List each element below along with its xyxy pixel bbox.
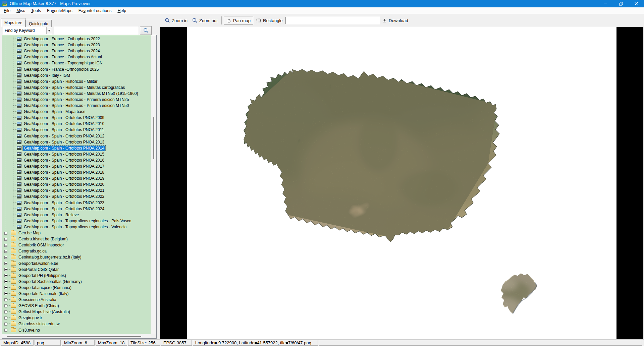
expand-plus-icon[interactable]	[4, 323, 7, 326]
tab-quick-goto[interactable]: Quick goto	[25, 20, 51, 27]
tree-item[interactable]: GeaMap.com - Spain - Historicos - Milita…	[2, 78, 151, 84]
tree-item[interactable]: GeaMap.com - Spain - Historicos - Minuta…	[2, 84, 151, 91]
tree-item[interactable]: GeaMap.com - Spain - Ortofotos PNOA 2017	[2, 163, 151, 169]
tree-item[interactable]: Geokatalog.buergernetz.bz.it (Italy)	[2, 254, 151, 260]
folder-icon	[11, 298, 16, 302]
folder-icon	[11, 280, 16, 284]
search-input[interactable]	[54, 27, 138, 34]
tree-item[interactable]: GeaMap.com - France - Orthophotos Actual	[2, 54, 151, 60]
tree-item[interactable]: Geoportail.wallonie.be	[2, 260, 151, 266]
tree-item[interactable]: Gezgin.gov.tr	[2, 315, 151, 321]
menu-favoritemaps[interactable]: FavoriteMaps	[44, 8, 75, 14]
rectangle-button[interactable]: Rectangle	[255, 16, 284, 25]
download-button[interactable]: Download	[381, 16, 410, 25]
tree-item[interactable]: GeaMap.com - Spain - Ortofotos PNOA 2010	[2, 121, 151, 127]
menu-favoritelocations[interactable]: FavoriteLocations	[75, 8, 115, 14]
tree-item[interactable]: GeaMap.com - Spain - Ortofotos PNOA 2022	[2, 193, 151, 199]
zoom-in-button[interactable]: Zoom in	[163, 16, 189, 25]
tree-item[interactable]: Gis.rchss.sinica.edu.tw	[2, 321, 151, 327]
tab-maps-tree[interactable]: Maps tree	[1, 18, 25, 27]
tree-item-label: GeoPortal CGIS Qatar	[17, 267, 60, 272]
tree-item[interactable]: Geoportal Sachsenatlas (Germany)	[2, 279, 151, 285]
tree-item[interactable]: GeaMap.com - Spain - Ortofotos PNOA 2019	[2, 175, 151, 181]
status-segment-tile-size: TileSize: 256	[128, 340, 160, 346]
tree-item[interactable]: GeaMap.com - Spain - Historicos - Minuta…	[2, 91, 151, 97]
close-button[interactable]	[629, 0, 644, 7]
tree-item[interactable]: Geoscience Australia	[2, 297, 151, 303]
expand-plus-icon[interactable]	[4, 310, 7, 313]
restore-button[interactable]	[613, 0, 629, 7]
expand-plus-icon[interactable]	[4, 232, 7, 235]
tree-item[interactable]: GeaMap.com - France - Orthophotos 2022	[2, 36, 151, 42]
expand-plus-icon[interactable]	[4, 244, 7, 247]
expand-plus-icon[interactable]	[4, 262, 7, 265]
expand-plus-icon[interactable]	[4, 238, 7, 241]
tree-item[interactable]: GeaMap.com - Spain - Ortofotos PNOA 2013	[2, 139, 151, 145]
pan-map-button[interactable]: Pan map	[224, 16, 253, 25]
zoom-out-button[interactable]: Zoom out	[191, 16, 219, 25]
tree-item[interactable]: Geoportale Nazionale (Italy)	[2, 291, 151, 297]
tree-item[interactable]: GeoPortal CGIS Qatar	[2, 267, 151, 273]
tree-item[interactable]: GeaMap.com - France - Orthophotos 2023	[2, 42, 151, 48]
dropdown-button[interactable]	[46, 27, 52, 34]
tree-item[interactable]: GeaMap.com - Spain - Ortofotos PNOA 2021	[2, 187, 151, 193]
tree-item[interactable]: GeaMap.com - Spain - Topograficos region…	[2, 224, 151, 230]
expand-plus-icon[interactable]	[4, 280, 7, 283]
menu-help[interactable]: Help	[114, 8, 129, 14]
tree-view[interactable]: GeaMap.com - France - Orthophotos 2022Ge…	[2, 35, 151, 334]
tree-item[interactable]: GeaMap.com - Spain - Historicos - Primer…	[2, 103, 151, 109]
tree-item[interactable]: Geobru.irisnet.be (Belgium)	[2, 236, 151, 242]
tree-item[interactable]: Geogratis.gc.ca	[2, 248, 151, 254]
vertical-scrollbar[interactable]	[151, 35, 156, 334]
tree-item[interactable]: Getlost Maps Live (Australia)	[2, 309, 151, 315]
tree-item[interactable]: GeaMap.com - France - Topographique IGN	[2, 60, 151, 66]
expand-plus-icon[interactable]	[4, 256, 7, 259]
tree-item[interactable]: GeaMap.com - Spain - Ortofotos PNOA 2012	[2, 133, 151, 139]
map-layer-icon	[17, 225, 21, 229]
expand-plus-icon[interactable]	[4, 268, 7, 271]
minimize-button[interactable]	[598, 0, 613, 7]
expand-plus-icon[interactable]	[4, 292, 7, 295]
tree-item[interactable]: GeaMap.com - France -Orthophotos 2025	[2, 66, 151, 72]
expand-plus-icon[interactable]	[4, 304, 7, 307]
tree-item[interactable]: GeaMap.com - Spain - Ortofotos PNOA 2020	[2, 181, 151, 187]
horizontal-scrollbar-thumb[interactable]	[7, 336, 141, 337]
expand-plus-icon[interactable]	[4, 274, 7, 277]
tree-item[interactable]: Gis3.nve.no	[2, 327, 151, 333]
expand-plus-icon[interactable]	[4, 286, 7, 289]
tree-item[interactable]: Geo.be Map	[2, 230, 151, 236]
tree-item[interactable]: GeaMap.com - Spain - Ortofotos PNOA 2009	[2, 115, 151, 121]
tree-item[interactable]: GeaMap.com - Spain - Ortofotos PNOA 2018	[2, 169, 151, 175]
tree-item[interactable]: GeaMap.com - Spain - Ortofotos PNOA 2014	[2, 145, 151, 151]
menu-tools[interactable]: Tools	[28, 8, 44, 14]
tree-item[interactable]: GeaMap.com - Spain - Ortofotos PNOA 2011	[2, 127, 151, 133]
tree-item[interactable]: GeaMap.com - Spain - Mapa base	[2, 109, 151, 115]
expand-plus-icon[interactable]	[4, 329, 7, 332]
map-canvas[interactable]	[160, 27, 643, 339]
tree-item[interactable]: GeaMap.com - Spain - Ortofotos PNOA 2015	[2, 151, 151, 157]
tree-item[interactable]: Geoportal PH (Philippines)	[2, 273, 151, 279]
tree-item[interactable]: GeaMap.com - Spain - Ortofotos PNOA 2024	[2, 206, 151, 212]
tree-item[interactable]: GeaMap.com - Spain - Topograficos region…	[2, 218, 151, 224]
menu-file[interactable]: File	[1, 8, 13, 14]
expand-plus-icon[interactable]	[4, 250, 7, 253]
search-button[interactable]	[140, 26, 152, 35]
tree-item[interactable]: GeaMap.com - France - Orthophotos 2024	[2, 48, 151, 54]
expand-plus-icon[interactable]	[4, 298, 7, 301]
tree-item[interactable]: GeaMap.com - Spain - Ortofotos PNOA 2016	[2, 157, 151, 163]
tree-item[interactable]: GeaMap.com - Spain - Ortofotos PNOA 2023	[2, 200, 151, 206]
tree-item-label: Geo.be Map	[17, 231, 42, 236]
tree-item[interactable]: GEOVIS Earth (China)	[2, 303, 151, 309]
toolbar-text-input[interactable]	[285, 17, 380, 24]
expand-plus-icon[interactable]	[4, 316, 7, 320]
tree-item[interactable]: Geofabrik OSM Inspector	[2, 242, 151, 248]
tree-item[interactable]: GeaMap.com - Spain - Relieve	[2, 212, 151, 218]
find-mode-dropdown[interactable]: Find by Keyword	[3, 27, 52, 34]
tree-item[interactable]: GeaMap.com - Italy - IGM	[2, 72, 151, 78]
menu-misc[interactable]: Misc	[13, 8, 28, 14]
tree-item[interactable]: Geoportal.ancpi.ro (Romania)	[2, 285, 151, 291]
vertical-scrollbar-thumb[interactable]	[153, 117, 154, 159]
horizontal-scrollbar[interactable]	[2, 334, 151, 338]
tree-item[interactable]: GeaMap.com - Spain - Historicos - Primer…	[2, 97, 151, 103]
folder-icon	[11, 243, 16, 247]
